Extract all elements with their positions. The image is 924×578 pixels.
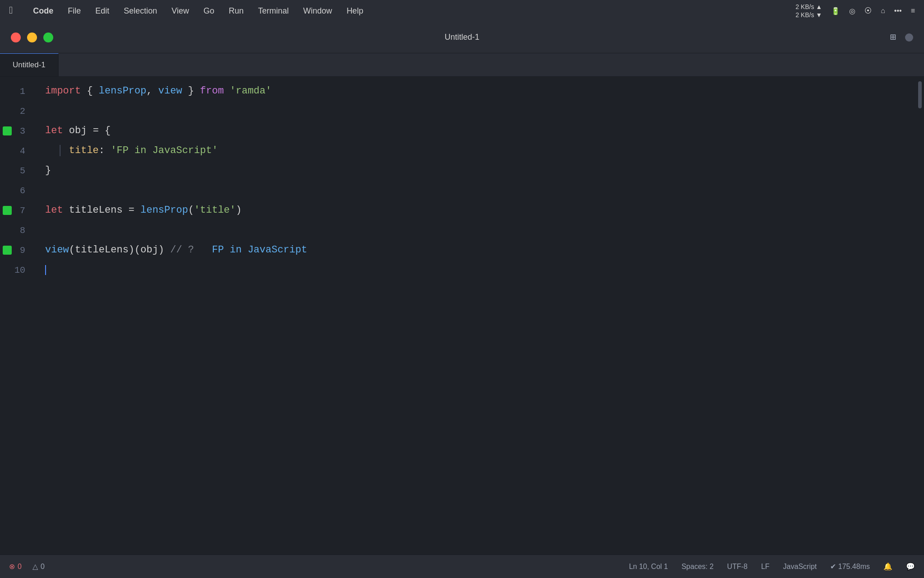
code-line-2[interactable] bbox=[36, 101, 916, 121]
menu-help[interactable]: Help bbox=[346, 6, 363, 16]
spaces-indicator[interactable]: Spaces: 2 bbox=[681, 563, 713, 571]
breakpoint-4[interactable] bbox=[3, 146, 12, 155]
code-area[interactable]: import { lensProp, view } from 'ramda' l… bbox=[36, 77, 916, 555]
cursor bbox=[45, 265, 46, 275]
str-title: 'title' bbox=[194, 200, 236, 220]
breakpoint-5[interactable] bbox=[3, 166, 12, 175]
error-icon: ⊗ bbox=[9, 562, 15, 571]
menu-code[interactable]: Code bbox=[33, 6, 53, 16]
gutter-row-9: 9 bbox=[0, 240, 36, 260]
line-number-7: 7 bbox=[12, 205, 30, 216]
fn-lensprop: lensProp bbox=[99, 81, 147, 101]
split-editor-icon[interactable]: ⊞ bbox=[890, 31, 896, 43]
menu-view[interactable]: View bbox=[171, 6, 189, 16]
apple-menu-icon[interactable]:  bbox=[9, 5, 15, 17]
menu-list-icon: ≡ bbox=[911, 7, 915, 15]
prop-title: title bbox=[69, 141, 99, 161]
fn-view: view bbox=[158, 81, 182, 101]
language-indicator[interactable]: JavaScript bbox=[783, 563, 817, 571]
menu-edit[interactable]: Edit bbox=[95, 6, 109, 16]
breakpoint-6[interactable] bbox=[3, 186, 12, 195]
editor-scrollbar[interactable] bbox=[916, 77, 924, 555]
menu-selection[interactable]: Selection bbox=[124, 6, 157, 16]
menu-go[interactable]: Go bbox=[203, 6, 214, 16]
gutter-row-3: 3 bbox=[0, 121, 36, 141]
wifi-icon: ◎ bbox=[849, 7, 855, 15]
line-number-2: 2 bbox=[12, 106, 30, 117]
line-number-8: 8 bbox=[12, 225, 30, 236]
editor: 1 2 3 4 5 6 7 8 bbox=[0, 77, 924, 555]
battery-icon: 🔋 bbox=[831, 7, 840, 15]
warning-icon: △ bbox=[32, 562, 38, 571]
tab-untitled-1[interactable]: Untitled-1 bbox=[0, 53, 59, 76]
gutter-row-10: 10 bbox=[0, 260, 36, 280]
window-controls bbox=[11, 33, 53, 42]
menu-extra-1: ⦿ bbox=[864, 7, 872, 15]
window-title: Untitled-1 bbox=[444, 33, 479, 42]
breakpoint-9[interactable] bbox=[3, 246, 12, 255]
eol-indicator[interactable]: LF bbox=[761, 563, 770, 571]
breakpoint-10[interactable] bbox=[3, 266, 12, 275]
gutter-row-2: 2 bbox=[0, 101, 36, 121]
code-line-3[interactable]: let obj = { bbox=[36, 121, 916, 141]
maximize-button[interactable] bbox=[43, 33, 53, 42]
scrollbar-thumb[interactable] bbox=[918, 81, 922, 108]
breakpoint-3[interactable] bbox=[3, 126, 12, 135]
code-line-6[interactable] bbox=[36, 181, 916, 200]
line-number-9: 9 bbox=[12, 245, 30, 256]
status-bar: ⊗ 0 △ 0 Ln 10, Col 1 Spaces: 2 UTF-8 LF … bbox=[0, 555, 924, 578]
kw-import: import bbox=[45, 81, 81, 101]
fn-lensprop-call: lensProp bbox=[140, 200, 188, 220]
line-number-3: 3 bbox=[12, 126, 30, 136]
timing-indicator[interactable]: ✔ 175.48ms bbox=[830, 562, 870, 571]
code-line-7[interactable]: let titleLens = lensProp('title') bbox=[36, 200, 916, 220]
str-ramda: 'ramda' bbox=[230, 81, 271, 101]
code-line-1[interactable]: import { lensProp, view } from 'ramda' bbox=[36, 81, 916, 101]
error-count[interactable]: ⊗ 0 bbox=[9, 562, 22, 571]
code-line-5[interactable]: } bbox=[36, 161, 916, 181]
gutter-row-7: 7 bbox=[0, 200, 36, 220]
code-line-10[interactable] bbox=[36, 260, 916, 280]
breakpoint-8[interactable] bbox=[3, 226, 12, 235]
kw-from: from bbox=[200, 81, 224, 101]
notification-icon[interactable]: 🔔 bbox=[883, 562, 892, 571]
feedback-icon[interactable]: 💬 bbox=[906, 562, 915, 571]
minimize-button[interactable] bbox=[27, 33, 37, 42]
kw-let-2: let bbox=[45, 200, 63, 220]
menu-window[interactable]: Window bbox=[303, 6, 332, 16]
gutter-row-1: 1 bbox=[0, 81, 36, 101]
menu-file[interactable]: File bbox=[68, 6, 81, 16]
gutter-row-6: 6 bbox=[0, 181, 36, 200]
dot-indicator bbox=[905, 33, 913, 42]
menu-terminal[interactable]: Terminal bbox=[258, 6, 289, 16]
gutter-row-4: 4 bbox=[0, 141, 36, 161]
menu-bar-right: 2 KB/s ▲ 2 KB/s ▼ 🔋 ◎ ⦿ ⌂ ••• ≡ bbox=[795, 3, 915, 19]
breakpoint-2[interactable] bbox=[3, 107, 12, 116]
network-stats: 2 KB/s ▲ 2 KB/s ▼ bbox=[795, 3, 822, 19]
warning-count[interactable]: △ 0 bbox=[32, 562, 45, 571]
line-number-6: 6 bbox=[12, 186, 30, 196]
code-line-8[interactable] bbox=[36, 220, 916, 240]
close-button[interactable] bbox=[11, 33, 21, 42]
line-number-4: 4 bbox=[12, 146, 30, 156]
code-line-9[interactable]: view(titleLens)(obj) // ? FP in JavaScri… bbox=[36, 240, 916, 260]
menu-extra-2: ⌂ bbox=[881, 7, 885, 15]
menu-extra-3: ••• bbox=[894, 7, 902, 15]
menu-run[interactable]: Run bbox=[229, 6, 244, 16]
cursor-position[interactable]: Ln 10, Col 1 bbox=[629, 563, 668, 571]
line-number-5: 5 bbox=[12, 166, 30, 176]
comment-value: FP in JavaScript bbox=[200, 240, 307, 260]
breakpoint-1[interactable] bbox=[3, 87, 12, 96]
comment-question: // ? bbox=[170, 240, 200, 260]
breakpoint-7[interactable] bbox=[3, 206, 12, 215]
tab-bar: Untitled-1 bbox=[0, 53, 924, 77]
code-line-4[interactable]: │ title: 'FP in JavaScript' bbox=[36, 141, 916, 161]
tab-label: Untitled-1 bbox=[13, 61, 46, 70]
kw-let-1: let bbox=[45, 121, 63, 141]
str-fp-in-javascript: 'FP in JavaScript' bbox=[111, 141, 218, 161]
menu-bar:  Code File Edit Selection View Go Run T… bbox=[0, 0, 924, 22]
line-number-10: 10 bbox=[12, 265, 30, 275]
status-bar-right: Ln 10, Col 1 Spaces: 2 UTF-8 LF JavaScri… bbox=[629, 562, 915, 571]
fn-view-call: view bbox=[45, 240, 69, 260]
encoding-indicator[interactable]: UTF-8 bbox=[727, 563, 748, 571]
